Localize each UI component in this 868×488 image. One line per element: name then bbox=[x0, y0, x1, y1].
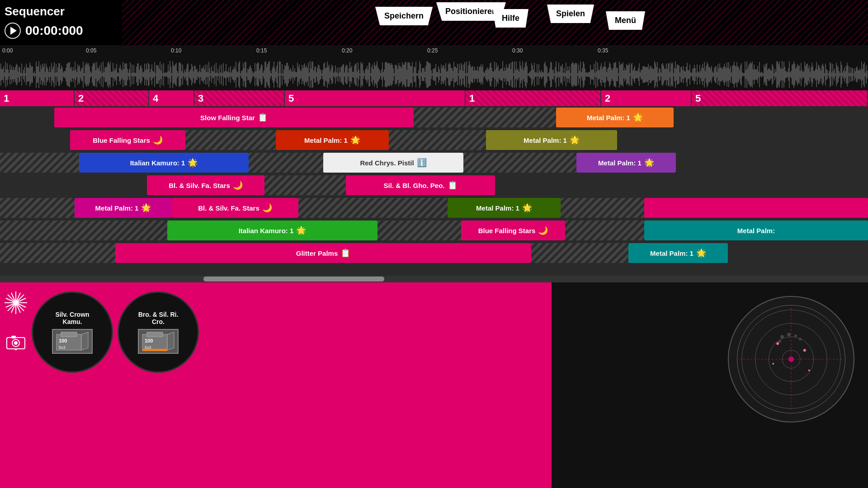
waveform bbox=[0, 59, 868, 90]
track-hatch-2b bbox=[249, 153, 323, 173]
svg-point-41 bbox=[794, 334, 797, 337]
svg-rect-25 bbox=[142, 349, 167, 351]
track-hatch-4a bbox=[0, 198, 75, 218]
header: Sequencer Speichern Positionieren Hilfe … bbox=[0, 0, 868, 45]
track-row-2: Italian Kamuro: 1 🌟 Red Chrys. Pistil ℹ️… bbox=[0, 151, 868, 174]
timer-area: 00:00:000 bbox=[5, 23, 83, 39]
horizontal-scrollbar[interactable] bbox=[0, 276, 868, 282]
firework-box-2: 100 5x3 bbox=[138, 329, 179, 354]
track-hatch-3a bbox=[264, 175, 346, 195]
svg-point-43 bbox=[799, 338, 802, 340]
track-metal-palm-teal-2[interactable]: Metal Palm: 1 🌟 bbox=[628, 243, 728, 263]
svg-rect-11 bbox=[11, 336, 16, 338]
svg-rect-16 bbox=[61, 332, 77, 337]
section-5b: 5 bbox=[692, 90, 868, 106]
nav-spielen[interactable]: Spielen bbox=[547, 5, 594, 23]
track-metal-palm-teal[interactable]: Metal Palm: bbox=[644, 221, 868, 240]
track-glitter-palms[interactable]: Glitter Palms 📋 bbox=[115, 243, 531, 263]
firework-label-1: Silv. CrownKamu. bbox=[55, 311, 89, 325]
track-metal-palm-olive[interactable]: Metal Palm: 1 🌟 bbox=[486, 130, 617, 150]
section-1: 1 bbox=[0, 90, 75, 106]
track-blue-falling-stars-1[interactable]: Blue Falling Stars 🌙 bbox=[70, 130, 185, 150]
firework-circle-2: Bro. & Sil. Ri.Cro. 100 5x3 bbox=[118, 291, 199, 373]
palm-icon-6: 🌟 bbox=[522, 203, 532, 213]
kamuro-icon: 🌟 bbox=[188, 158, 198, 168]
track-row-1: Blue Falling Stars 🌙 Metal Palm: 1 🌟 Met… bbox=[0, 129, 868, 151]
svg-point-37 bbox=[772, 363, 774, 365]
section-4: 4 bbox=[149, 90, 194, 106]
ruler-mark-3: 0:15 bbox=[256, 47, 267, 54]
radar-display bbox=[728, 296, 854, 422]
firework-box-1: 100 5x3 bbox=[52, 329, 93, 354]
track-hatch-1a bbox=[185, 130, 276, 150]
track-red-chrys-pistil[interactable]: Red Chrys. Pistil ℹ️ bbox=[323, 153, 463, 173]
track-hatch-1b bbox=[389, 130, 486, 150]
track-hatch-5a bbox=[0, 221, 167, 240]
palm-icon-3: 🌟 bbox=[570, 135, 580, 145]
app-title: Sequencer bbox=[5, 5, 65, 19]
track-slow-falling-star[interactable]: Slow Falling Star 📋 bbox=[54, 108, 414, 127]
svg-point-39 bbox=[780, 335, 784, 338]
track-italian-kamuro-2[interactable]: Italian Kamuro: 1 🌟 bbox=[167, 221, 377, 240]
play-button[interactable] bbox=[5, 23, 21, 39]
palm-icon-2: 🌟 bbox=[350, 135, 360, 145]
ruler-mark-7: 0:35 bbox=[598, 47, 608, 54]
palm-icon-4: 🌟 bbox=[644, 158, 654, 168]
bottom-panel: Silv. CrownKamu. 100 5x3 Bro. & Sil. Ri.… bbox=[0, 282, 552, 488]
nav-hilfe[interactable]: Hilfe bbox=[493, 9, 528, 28]
palm-icon: 🌟 bbox=[633, 113, 643, 122]
star-icon-3: 🌙 bbox=[262, 203, 272, 213]
timeline-ruler: 0:00 0:05 0:10 0:15 0:20 0:25 0:30 0:35 bbox=[0, 45, 868, 59]
section-2b: 2 bbox=[601, 90, 692, 106]
track-metal-palm-magenta[interactable]: Metal Palm: 1 🌟 bbox=[75, 198, 172, 218]
star-icon-2: 🌙 bbox=[233, 180, 243, 190]
track-blue-falling-stars-2[interactable]: Blue Falling Stars 🌙 bbox=[461, 221, 565, 240]
ruler-mark-1: 0:05 bbox=[86, 47, 96, 54]
track-hatch-6b bbox=[531, 243, 628, 263]
scrollbar-thumb[interactable] bbox=[203, 277, 384, 282]
track-metal-palm-darkgreen[interactable]: Metal Palm: 1 🌟 bbox=[448, 198, 561, 218]
ruler-mark-0: 0:00 bbox=[2, 47, 13, 54]
svg-point-36 bbox=[803, 349, 806, 352]
track-hatch-2a bbox=[0, 153, 79, 173]
svg-rect-21 bbox=[147, 332, 163, 337]
svg-text:100: 100 bbox=[59, 338, 67, 343]
track-hatch-5c bbox=[565, 221, 644, 240]
svg-marker-17 bbox=[81, 332, 88, 350]
star-icon-1: 🌙 bbox=[153, 135, 163, 145]
palm-icon-7: 🌟 bbox=[696, 248, 706, 258]
track-italian-kamuro-1[interactable]: Italian Kamuro: 1 🌟 bbox=[79, 153, 249, 173]
track-metal-palm-orange[interactable]: Metal Palm: 1 🌟 bbox=[556, 108, 674, 127]
svg-point-10 bbox=[14, 341, 18, 345]
radar-inner bbox=[737, 305, 845, 413]
track-metal-palm-purple[interactable]: Metal Palm: 1 🌟 bbox=[576, 153, 676, 173]
svg-point-40 bbox=[787, 333, 791, 336]
svg-point-42 bbox=[778, 340, 781, 343]
nav-menue[interactable]: Menü bbox=[606, 11, 645, 30]
nav-speichern[interactable]: Speichern bbox=[375, 7, 433, 25]
firework-circle-1: Silv. CrownKamu. 100 5x3 bbox=[32, 291, 113, 373]
svg-text:100: 100 bbox=[145, 338, 153, 343]
track-sil-bl-gho-peo[interactable]: Sil. & Bl. Gho. Peo. 📋 bbox=[346, 175, 495, 195]
track-bl-silv-stars-2[interactable]: Bl. & Silv. Fa. Stars 🌙 bbox=[172, 198, 298, 218]
track-hatch-5b bbox=[377, 221, 461, 240]
track-row-0: Slow Falling Star 📋 Metal Palm: 1 🌟 bbox=[0, 106, 868, 129]
track-hatch-6a bbox=[0, 243, 115, 263]
spark-decoration bbox=[2, 289, 29, 316]
firework-item-1[interactable]: Silv. CrownKamu. 100 5x3 bbox=[32, 291, 113, 373]
track-metal-palm-red[interactable]: Metal Palm: 1 🌟 bbox=[276, 130, 389, 150]
firework-item-2[interactable]: Bro. & Sil. Ri.Cro. 100 5x3 bbox=[118, 291, 199, 373]
info-icon: ℹ️ bbox=[417, 158, 427, 168]
section-5: 5 bbox=[285, 90, 466, 106]
track-hatch-0a bbox=[414, 108, 556, 127]
section-bar: 1 2 4 3 5 1 2 5 bbox=[0, 90, 868, 106]
svg-text:5x3: 5x3 bbox=[59, 345, 66, 350]
track-hatch-4c bbox=[561, 198, 644, 218]
track-pink-4d[interactable] bbox=[644, 198, 868, 218]
firework-label-2: Bro. & Sil. Ri.Cro. bbox=[138, 311, 179, 325]
bottom-right-panel bbox=[552, 282, 868, 488]
track-hatch-4b bbox=[298, 198, 448, 218]
clipboard-icon-2: 📋 bbox=[448, 180, 458, 190]
kamuro-icon-2: 🌟 bbox=[296, 225, 306, 235]
track-bl-silv-stars[interactable]: Bl. & Silv. Fa. Stars 🌙 bbox=[147, 175, 264, 195]
